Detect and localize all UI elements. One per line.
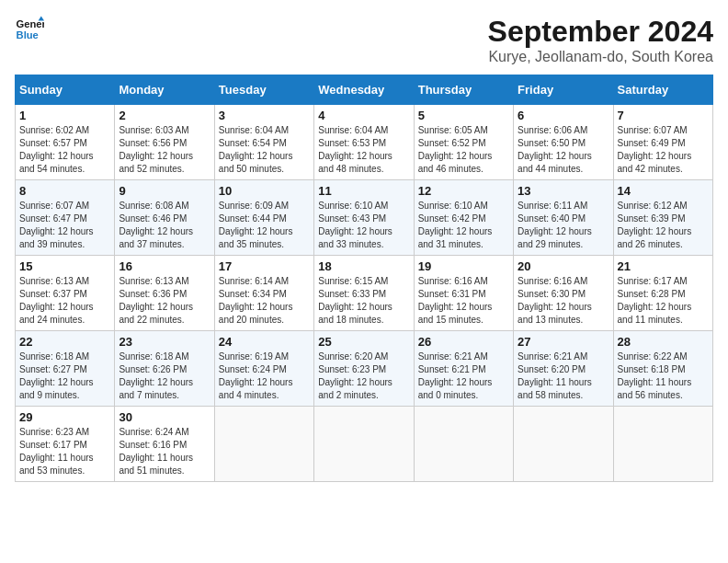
day-number: 3 [219,109,310,122]
weekday-header-tuesday: Tuesday [214,75,313,105]
day-info: Sunrise: 6:19 AMSunset: 6:24 PMDaylight:… [219,350,310,402]
day-info: Sunrise: 6:13 AMSunset: 6:37 PMDaylight:… [19,275,110,327]
day-info: Sunrise: 6:22 AMSunset: 6:18 PMDaylight:… [618,350,709,402]
day-info: Sunrise: 6:02 AMSunset: 6:57 PMDaylight:… [19,124,110,176]
logo: General Blue [15,15,44,44]
weekday-header-friday: Friday [514,75,613,105]
day-info: Sunrise: 6:10 AMSunset: 6:43 PMDaylight:… [318,200,409,251]
calendar-header-row: SundayMondayTuesdayWednesdayThursdayFrid… [16,75,713,105]
calendar-cell: 1Sunrise: 6:02 AMSunset: 6:57 PMDaylight… [16,105,115,180]
day-info: Sunrise: 6:13 AMSunset: 6:36 PMDaylight:… [119,275,210,327]
calendar-cell: 25Sunrise: 6:20 AMSunset: 6:23 PMDayligh… [314,331,414,407]
day-info: Sunrise: 6:17 AMSunset: 6:28 PMDaylight:… [618,275,709,327]
day-number: 18 [318,259,409,273]
day-info: Sunrise: 6:04 AMSunset: 6:54 PMDaylight:… [219,124,310,176]
day-number: 25 [318,335,409,349]
day-info: Sunrise: 6:07 AMSunset: 6:49 PMDaylight:… [618,124,709,176]
day-info: Sunrise: 6:07 AMSunset: 6:47 PMDaylight:… [19,200,110,251]
day-number: 19 [418,259,509,273]
calendar-cell: 19Sunrise: 6:16 AMSunset: 6:31 PMDayligh… [414,256,513,331]
calendar-cell: 18Sunrise: 6:15 AMSunset: 6:33 PMDayligh… [314,256,414,331]
day-number: 14 [618,184,709,198]
day-info: Sunrise: 6:20 AMSunset: 6:23 PMDaylight:… [318,350,409,402]
day-info: Sunrise: 6:12 AMSunset: 6:39 PMDaylight:… [618,200,709,251]
day-info: Sunrise: 6:06 AMSunset: 6:50 PMDaylight:… [518,124,609,176]
day-info: Sunrise: 6:09 AMSunset: 6:44 PMDaylight:… [219,200,310,251]
calendar-cell: 11Sunrise: 6:10 AMSunset: 6:43 PMDayligh… [314,180,414,256]
day-number: 27 [518,335,609,349]
logo-icon: General Blue [15,15,44,44]
calendar-cell [314,407,414,482]
calendar-cell: 26Sunrise: 6:21 AMSunset: 6:21 PMDayligh… [414,331,513,407]
calendar-cell: 3Sunrise: 6:04 AMSunset: 6:54 PMDaylight… [214,105,313,180]
day-info: Sunrise: 6:16 AMSunset: 6:31 PMDaylight:… [418,275,509,327]
day-number: 4 [318,109,409,122]
weekday-header-saturday: Saturday [613,75,712,105]
calendar-cell: 16Sunrise: 6:13 AMSunset: 6:36 PMDayligh… [115,256,214,331]
calendar-subtitle: Kurye, Jeollanam-do, South Korea [488,49,713,65]
day-number: 16 [119,259,210,273]
day-info: Sunrise: 6:11 AMSunset: 6:40 PMDaylight:… [518,200,609,251]
calendar-cell: 4Sunrise: 6:04 AMSunset: 6:53 PMDaylight… [314,105,414,180]
calendar-cell: 24Sunrise: 6:19 AMSunset: 6:24 PMDayligh… [214,331,313,407]
day-number: 1 [19,109,110,122]
calendar-week-1: 1Sunrise: 6:02 AMSunset: 6:57 PMDaylight… [16,105,713,180]
day-info: Sunrise: 6:18 AMSunset: 6:27 PMDaylight:… [19,350,110,402]
calendar-title: September 2024 [488,15,713,49]
day-number: 13 [518,184,609,198]
day-number: 9 [119,184,210,198]
svg-text:Blue: Blue [17,29,39,40]
calendar-cell: 20Sunrise: 6:16 AMSunset: 6:30 PMDayligh… [514,256,613,331]
day-info: Sunrise: 6:03 AMSunset: 6:56 PMDaylight:… [119,124,210,176]
calendar-cell: 22Sunrise: 6:18 AMSunset: 6:27 PMDayligh… [16,331,115,407]
day-number: 29 [19,410,110,424]
day-info: Sunrise: 6:05 AMSunset: 6:52 PMDaylight:… [418,124,509,176]
day-info: Sunrise: 6:14 AMSunset: 6:34 PMDaylight:… [219,275,310,327]
calendar-cell: 21Sunrise: 6:17 AMSunset: 6:28 PMDayligh… [613,256,712,331]
day-number: 7 [618,109,709,122]
calendar-week-2: 8Sunrise: 6:07 AMSunset: 6:47 PMDaylight… [16,180,713,256]
calendar-week-5: 29Sunrise: 6:23 AMSunset: 6:17 PMDayligh… [16,407,713,482]
day-number: 28 [618,335,709,349]
calendar-cell: 8Sunrise: 6:07 AMSunset: 6:47 PMDaylight… [16,180,115,256]
day-number: 11 [318,184,409,198]
day-number: 15 [19,259,110,273]
day-number: 26 [418,335,509,349]
calendar-cell: 27Sunrise: 6:21 AMSunset: 6:20 PMDayligh… [514,331,613,407]
calendar-cell: 10Sunrise: 6:09 AMSunset: 6:44 PMDayligh… [214,180,313,256]
calendar-cell: 30Sunrise: 6:24 AMSunset: 6:16 PMDayligh… [115,407,214,482]
weekday-header-thursday: Thursday [414,75,513,105]
weekday-header-monday: Monday [115,75,214,105]
calendar-cell: 13Sunrise: 6:11 AMSunset: 6:40 PMDayligh… [514,180,613,256]
calendar-cell: 6Sunrise: 6:06 AMSunset: 6:50 PMDaylight… [514,105,613,180]
day-info: Sunrise: 6:18 AMSunset: 6:26 PMDaylight:… [119,350,210,402]
day-number: 20 [518,259,609,273]
weekday-header-wednesday: Wednesday [314,75,414,105]
day-info: Sunrise: 6:24 AMSunset: 6:16 PMDaylight:… [119,426,210,477]
day-number: 12 [418,184,509,198]
calendar-cell: 7Sunrise: 6:07 AMSunset: 6:49 PMDaylight… [613,105,712,180]
day-number: 17 [219,259,310,273]
calendar-cell: 12Sunrise: 6:10 AMSunset: 6:42 PMDayligh… [414,180,513,256]
day-number: 8 [19,184,110,198]
day-info: Sunrise: 6:10 AMSunset: 6:42 PMDaylight:… [418,200,509,251]
calendar-cell [613,407,712,482]
day-info: Sunrise: 6:16 AMSunset: 6:30 PMDaylight:… [518,275,609,327]
calendar-week-3: 15Sunrise: 6:13 AMSunset: 6:37 PMDayligh… [16,256,713,331]
day-info: Sunrise: 6:15 AMSunset: 6:33 PMDaylight:… [318,275,409,327]
calendar-cell: 17Sunrise: 6:14 AMSunset: 6:34 PMDayligh… [214,256,313,331]
calendar-cell: 2Sunrise: 6:03 AMSunset: 6:56 PMDaylight… [115,105,214,180]
weekday-header-sunday: Sunday [16,75,115,105]
calendar-cell: 14Sunrise: 6:12 AMSunset: 6:39 PMDayligh… [613,180,712,256]
calendar-cell [214,407,313,482]
calendar-header: General Blue September 2024 Kurye, Jeoll… [15,15,713,65]
day-number: 23 [119,335,210,349]
calendar-cell: 9Sunrise: 6:08 AMSunset: 6:46 PMDaylight… [115,180,214,256]
calendar-cell: 5Sunrise: 6:05 AMSunset: 6:52 PMDaylight… [414,105,513,180]
calendar-cell: 15Sunrise: 6:13 AMSunset: 6:37 PMDayligh… [16,256,115,331]
calendar-table: SundayMondayTuesdayWednesdayThursdayFrid… [15,75,713,482]
day-number: 5 [418,109,509,122]
calendar-cell [514,407,613,482]
day-number: 10 [219,184,310,198]
day-number: 24 [219,335,310,349]
